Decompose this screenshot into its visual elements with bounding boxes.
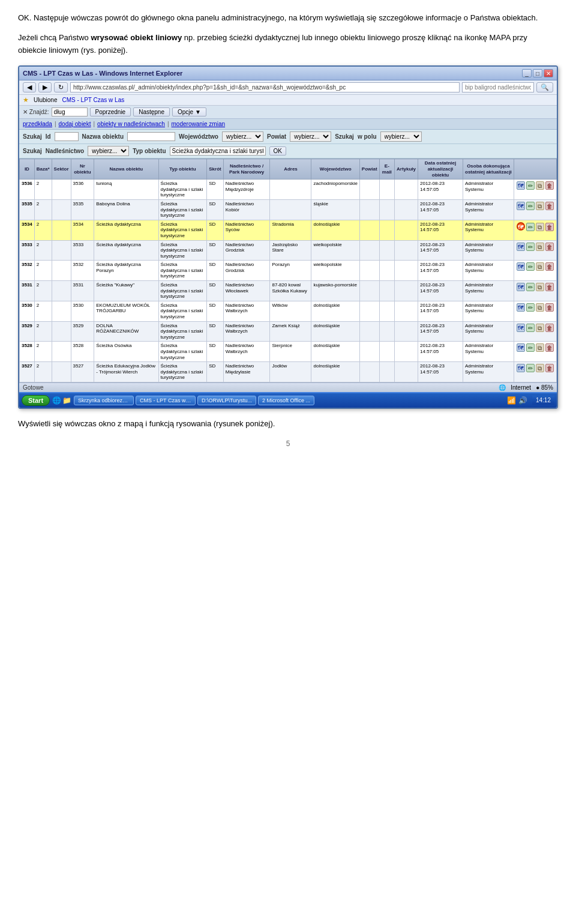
delete-icon[interactable]: 🗑 [545,364,554,372]
browser-search[interactable] [462,82,534,92]
prev-button[interactable]: Poprzednie [90,107,131,116]
map-icon[interactable]: 🗺 [517,243,525,251]
table-cell: 2012-08-23 14:57:05 [418,281,463,301]
taskbar-items: Skrzynka odbioreza ... CMS - LPT Czas w … [74,396,502,405]
copy-icon[interactable]: ⧉ [536,364,544,372]
table-cell [379,342,394,362]
options-button[interactable]: Opcje ▼ [172,107,206,116]
table-cell: 2 [34,301,52,321]
table-cell: 2012-08-23 14:57:05 [418,199,463,220]
table-cell: Ścieżka dydaktyczna i szlaki turystyczne [158,261,207,281]
copy-icon[interactable]: ⧉ [536,283,544,291]
next-button[interactable]: Następne [133,107,170,116]
delete-icon[interactable]: 🗑 [545,243,554,251]
action-przegladaj[interactable]: przedkłada [23,121,52,127]
delete-icon[interactable]: 🗑 [545,303,554,312]
edit-icon[interactable]: ✏ [526,202,535,210]
delete-icon[interactable]: 🗑 [545,223,554,231]
map-icon[interactable]: 🗺 [517,222,525,231]
table-cell [359,261,379,281]
map-icon[interactable]: 🗺 [517,181,525,190]
action-nadlesnictwa[interactable]: obiekty w nadleśnictwach [97,121,165,127]
forward-button[interactable]: ▶ [38,82,52,92]
table-cell-actions: 🗺✏⧉🗑 [514,220,556,240]
copy-icon[interactable]: ⧉ [536,262,544,271]
delete-icon[interactable]: 🗑 [545,283,554,291]
filter-id-input[interactable] [55,132,79,141]
edit-icon[interactable]: ✏ [526,262,535,271]
table-cell: Ścieżka dydaktyczna i szlaki turystyczne [158,321,207,342]
copy-icon[interactable]: ⧉ [536,324,544,332]
col-id: ID [20,159,35,180]
table-cell: SD [207,180,223,200]
map-icon[interactable]: 🗺 [517,303,525,312]
table-row: 353423534Ścieżka dydaktycznaŚcieżka dyda… [20,220,557,240]
table-cell: Ścieżka dydaktyczna i szlaki turystyczne [158,199,207,220]
table-cell [270,199,311,220]
filter2-typ-input[interactable] [170,146,266,156]
outro-text: Wyświetli się wówczas okno z mapą i funk… [18,418,558,430]
edit-icon[interactable]: ✏ [526,343,535,352]
maximize-button[interactable]: □ [533,69,542,77]
filter-nazwa-input[interactable] [127,132,175,141]
delete-icon[interactable]: 🗑 [545,202,554,210]
copy-icon[interactable]: ⧉ [536,223,544,231]
ie-icon[interactable]: 🌐 [52,396,61,405]
map-icon[interactable]: 🗺 [517,283,525,291]
taskbar-quicklaunch: 🌐 📁 [52,396,71,405]
filter-ok-button[interactable]: OK [269,146,286,156]
copy-icon[interactable]: ⧉ [536,202,544,210]
minimize-button[interactable]: _ [522,69,532,77]
table-cell: 3535 [20,199,35,220]
address-bar[interactable] [70,82,460,92]
delete-icon[interactable]: 🗑 [545,262,554,271]
table-cell-actions: 🗺✏⧉🗑 [514,240,556,261]
find-input[interactable] [52,107,88,116]
edit-icon[interactable]: ✏ [526,243,535,251]
delete-icon[interactable]: 🗑 [545,181,554,190]
refresh-button[interactable]: ↻ [54,82,68,92]
map-icon[interactable]: 🗺 [517,364,525,372]
map-icon[interactable]: 🗺 [517,343,525,352]
edit-icon[interactable]: ✏ [526,303,535,312]
filter-woj-select[interactable]: wybierz... [222,131,263,142]
edit-icon[interactable]: ✏ [526,283,535,291]
map-icon[interactable]: 🗺 [517,324,525,332]
copy-icon[interactable]: ⧉ [536,303,544,312]
map-icon[interactable]: 🗺 [517,262,525,271]
table-cell: SD [207,301,223,321]
table-cell [359,362,379,382]
map-icon[interactable]: 🗺 [517,202,525,210]
favorites-tab[interactable]: CMS - LPT Czas w Las [62,97,124,103]
col-woj: Województwo [311,159,359,180]
copy-icon[interactable]: ⧉ [536,181,544,190]
edit-icon[interactable]: ✏ [526,364,535,372]
edit-icon[interactable]: ✏ [526,324,535,332]
copy-icon[interactable]: ⧉ [536,243,544,251]
action-dodaj[interactable]: dodaj obiekt [59,121,91,127]
table-cell: 2 [34,240,52,261]
browser-content: ✕ Znajdź: Poprzednie Następne Opcje ▼ pr… [19,106,557,392]
action-moderowanie[interactable]: moderowanie zmian [172,121,226,127]
delete-icon[interactable]: 🗑 [545,343,554,352]
close-button[interactable]: ✕ [544,69,553,77]
taskbar-item-office[interactable]: 2 Microsoft Office ... [258,396,314,405]
delete-icon[interactable]: 🗑 [545,324,554,332]
taskbar-item-cms[interactable]: CMS - LPT Czas w L... [136,396,196,405]
table-cell [379,281,394,301]
explorer-icon[interactable]: 📁 [62,396,71,405]
back-button[interactable]: ◀ [23,82,36,92]
search-button[interactable]: 🔍 [536,82,553,92]
table-cell [379,199,394,220]
table-cell: Nadleśnictwo Włocławek [223,281,270,301]
filter-wpolu-select[interactable]: wybierz... [380,131,422,142]
edit-icon[interactable]: ✏ [526,223,535,231]
edit-icon[interactable]: ✏ [526,181,535,190]
filter-powiat-select[interactable]: wybierz... [290,131,331,142]
start-button[interactable]: Start [22,395,50,406]
filter2-nadl-select[interactable]: wybierz... [88,146,129,156]
col-nazwa: Nazwa obiektu [94,159,158,180]
taskbar-item-orwlp[interactable]: D:\ORWLP\Turystu... [197,396,256,405]
taskbar-item-skrzynka[interactable]: Skrzynka odbioreza ... [74,396,134,405]
copy-icon[interactable]: ⧉ [536,343,544,352]
